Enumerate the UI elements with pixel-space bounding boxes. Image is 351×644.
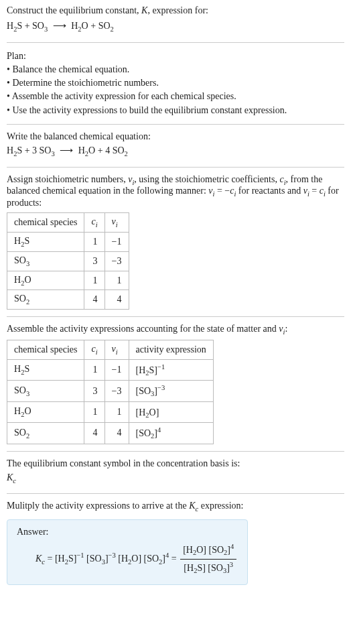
table-row: H2S 1 −1 [H2S]−1: [7, 359, 214, 380]
question-header: Construct the equilibrium constant, K, e…: [7, 5, 344, 16]
header-K: K: [141, 5, 147, 15]
col-species: chemical species: [7, 213, 84, 233]
arrow-icon: ⟶: [60, 145, 73, 155]
table-header-row: chemical species ci νi: [7, 213, 129, 233]
plan-bullet: • Determine the stoichiometric numbers.: [7, 76, 344, 90]
concentration-basis: The equilibrium constant symbol in the c…: [7, 458, 344, 487]
col-c: ci: [84, 340, 104, 360]
arrow-icon: ⟶: [53, 21, 66, 31]
fraction: [H2O] [SO2]4[H2S] [SO3]3: [180, 541, 236, 578]
table-row: SO2 4 4 [SO2]4: [7, 423, 214, 444]
table-row: SO3 3 −3 [SO3]−3: [7, 381, 214, 401]
answer-label: Answer:: [17, 527, 238, 537]
table-row: SO2 4 4: [7, 290, 129, 310]
col-activity: activity expression: [129, 340, 213, 360]
plan-title: Plan:: [7, 50, 344, 63]
initial-equation: H2S + SO3 ⟶ H2O + SO2: [7, 19, 344, 36]
col-nu: νi: [104, 340, 129, 360]
plan-bullet: • Assemble the activity expression for e…: [7, 90, 344, 103]
divider: [7, 167, 344, 168]
balanced-equation: H2S + 3 SO3 ⟶ H2O + 4 SO2: [7, 143, 344, 160]
plan-bullet: • Use the activity expressions to build …: [7, 104, 344, 117]
col-c: ci: [84, 213, 104, 233]
table-row: H2O 1 1: [7, 271, 129, 290]
table-header-row: chemical species ci νi activity expressi…: [7, 340, 214, 360]
answer-equation: Kc = [H2S]−1 [SO3]−3 [H2O] [SO2]4 = [H2O…: [17, 541, 238, 578]
table-row: SO3 3 −3: [7, 251, 129, 271]
divider: [7, 42, 344, 43]
col-species: chemical species: [7, 340, 84, 360]
divider: [7, 316, 344, 317]
divider: [7, 451, 344, 452]
multiply-section: Mulitply the activity expressions to arr…: [7, 501, 344, 513]
answer-box: Answer: Kc = [H2S]−1 [SO3]−3 [H2O] [SO2]…: [7, 519, 248, 585]
assign-section: Assign stoichiometric numbers, νi, using…: [7, 174, 344, 209]
divider: [7, 124, 344, 125]
table-row: H2S 1 −1: [7, 233, 129, 252]
balanced-section: Write the balanced chemical equation: H2…: [7, 131, 344, 160]
header-suffix: , expression for:: [147, 5, 208, 15]
divider: [7, 493, 344, 494]
assemble-section: Assemble the activity expressions accoun…: [7, 324, 344, 336]
plan-section: Plan: • Balance the chemical equation. •…: [7, 50, 344, 117]
balanced-title: Write the balanced chemical equation:: [7, 131, 344, 142]
col-nu: νi: [104, 213, 129, 233]
plan-bullet: • Balance the chemical equation.: [7, 63, 344, 76]
stoichiometry-table: chemical species ci νi H2S 1 −1 SO3 3 −3…: [7, 212, 129, 310]
table-row: H2O 1 1 [H2O]: [7, 401, 214, 422]
header-text: Construct the equilibrium constant,: [7, 5, 141, 15]
activity-table: chemical species ci νi activity expressi…: [7, 340, 214, 444]
